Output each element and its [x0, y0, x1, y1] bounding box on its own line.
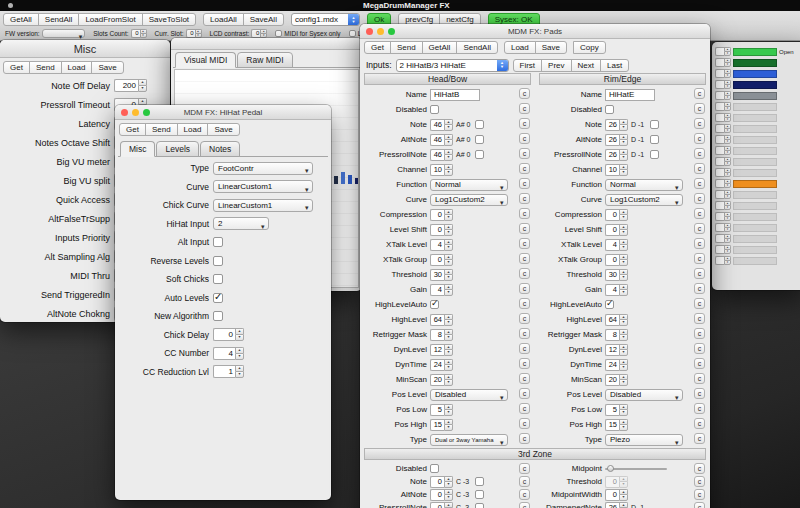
spinner-value[interactable] — [715, 58, 724, 67]
clear-button[interactable]: c — [694, 283, 705, 294]
spinner-down-icon[interactable] — [619, 124, 628, 131]
spinner-down-icon[interactable] — [444, 409, 453, 416]
spinner-value[interactable] — [715, 179, 724, 188]
button-save[interactable]: Save — [207, 123, 239, 136]
button-load[interactable]: Load — [504, 41, 536, 54]
dropdown-log1custom2[interactable]: Log1Custom2 — [605, 194, 683, 206]
spinner-value[interactable]: 8 — [605, 329, 619, 341]
misc-window-titlebar[interactable]: Misc — [0, 40, 170, 58]
spinner-down-icon[interactable] — [724, 216, 731, 221]
button-getall[interactable]: GetAll — [3, 13, 39, 26]
spinner-value[interactable]: 0 — [605, 489, 619, 501]
spinner-value[interactable]: 0 — [430, 476, 444, 488]
button-load[interactable]: Load — [177, 123, 209, 136]
spinner-value[interactable] — [715, 168, 724, 177]
config-file-combo[interactable]: config1.mdx — [291, 13, 360, 26]
spinner-down-icon[interactable] — [444, 229, 453, 236]
spinner-value[interactable]: 0 — [213, 328, 235, 341]
spinner-down-icon[interactable] — [619, 274, 628, 281]
spinner-value[interactable]: 20 — [605, 374, 619, 386]
input-select-combo[interactable]: 2 HiHatB/3 HiHatE — [396, 59, 509, 72]
button-sendall[interactable]: SendAll — [456, 41, 498, 54]
clear-button[interactable]: c — [519, 373, 530, 384]
clear-button[interactable]: c — [519, 253, 530, 264]
spinner-down-icon[interactable] — [619, 364, 628, 371]
spinner-down-icon[interactable] — [619, 334, 628, 341]
spinner-down-icon[interactable] — [619, 289, 628, 296]
clear-button[interactable]: c — [694, 148, 705, 159]
spinner-value[interactable]: 0 — [430, 209, 444, 221]
button-prev[interactable]: Prev — [541, 59, 571, 72]
spinner-down-icon[interactable] — [619, 494, 628, 501]
dropdown-piezo[interactable]: Piezo — [605, 434, 683, 446]
spinner-down-icon[interactable] — [619, 244, 628, 251]
checkbox[interactable] — [475, 490, 484, 499]
spinner-value[interactable]: 0 — [605, 224, 619, 236]
clear-button[interactable]: c — [519, 403, 530, 414]
clear-button[interactable]: c — [519, 268, 530, 279]
button-sendall[interactable]: SendAll — [38, 13, 80, 26]
clear-button[interactable]: c — [694, 343, 705, 354]
clear-button[interactable]: c — [519, 358, 530, 369]
spinner-down-icon[interactable] — [724, 73, 731, 78]
spinner-value[interactable] — [715, 201, 724, 210]
spinner-down-icon[interactable] — [444, 379, 453, 386]
tab-levels[interactable]: Levels — [156, 141, 199, 157]
stepper-arrows-icon[interactable] — [497, 60, 508, 71]
button-get[interactable]: Get — [3, 61, 30, 74]
spinner-value[interactable] — [715, 80, 724, 89]
tab-misc[interactable]: Misc — [120, 141, 155, 157]
dropdown-linearcustom1[interactable]: LinearCustom1 — [213, 199, 313, 212]
button-first[interactable]: First — [513, 59, 543, 72]
button-savetoslot[interactable]: SaveToSlot — [142, 13, 196, 26]
zoom-icon[interactable] — [388, 28, 395, 35]
checkbox[interactable] — [430, 464, 439, 473]
stepper-arrows-icon[interactable] — [348, 14, 359, 25]
spinner-value[interactable] — [715, 124, 724, 133]
clear-button[interactable]: c — [519, 433, 530, 444]
checkbox[interactable] — [430, 300, 439, 309]
tab-raw-midi[interactable]: Raw MIDI — [237, 52, 292, 68]
button-save[interactable]: Save — [535, 41, 567, 54]
midi-window-titlebar[interactable] — [171, 38, 362, 50]
spinner-value[interactable] — [715, 47, 724, 56]
clear-button[interactable]: c — [519, 388, 530, 399]
spinner-value[interactable]: 46 — [430, 149, 444, 161]
clear-button[interactable]: c — [519, 476, 530, 487]
spinner-down-icon[interactable] — [619, 409, 628, 416]
dropdown-linearcustom1[interactable]: LinearCustom1 — [213, 180, 313, 193]
close-icon[interactable] — [366, 28, 373, 35]
spinner-down-icon[interactable] — [724, 161, 731, 166]
checkbox[interactable] — [213, 274, 223, 284]
spinner-value[interactable]: 0 — [605, 209, 619, 221]
spinner-down-icon[interactable] — [724, 95, 731, 100]
checkbox[interactable] — [349, 30, 356, 37]
clear-button[interactable]: c — [519, 343, 530, 354]
spinner-down-icon[interactable] — [235, 334, 244, 341]
spinner-down-icon[interactable] — [235, 371, 244, 378]
spinner-down-icon[interactable] — [724, 238, 731, 243]
spinner-value[interactable]: 200 — [114, 79, 138, 92]
slider-knob[interactable] — [607, 465, 614, 472]
clear-button[interactable]: c — [694, 103, 705, 114]
spinner-down-icon[interactable] — [724, 260, 731, 265]
spinner-value[interactable]: 26 — [605, 502, 619, 508]
spinner-value[interactable]: 46 — [430, 119, 444, 131]
checkbox[interactable] — [605, 105, 614, 114]
spinner-down-icon[interactable] — [619, 379, 628, 386]
dropdown-select[interactable] — [42, 29, 86, 38]
spinner-value[interactable]: 0 — [131, 29, 140, 38]
spinner-down-icon[interactable] — [724, 128, 731, 133]
spinner-value[interactable]: 20 — [430, 374, 444, 386]
spinner-value[interactable] — [715, 135, 724, 144]
apple-menu-icon[interactable] — [8, 3, 13, 8]
spinner-value[interactable]: 4 — [605, 284, 619, 296]
spinner-down-icon[interactable] — [619, 259, 628, 266]
clear-button[interactable]: c — [694, 433, 705, 444]
checkbox[interactable] — [475, 150, 484, 159]
clear-button[interactable]: c — [519, 418, 530, 429]
spinner-down-icon[interactable] — [235, 353, 244, 360]
clear-button[interactable]: c — [519, 208, 530, 219]
zoom-icon[interactable] — [143, 109, 150, 116]
clear-button[interactable]: c — [694, 133, 705, 144]
